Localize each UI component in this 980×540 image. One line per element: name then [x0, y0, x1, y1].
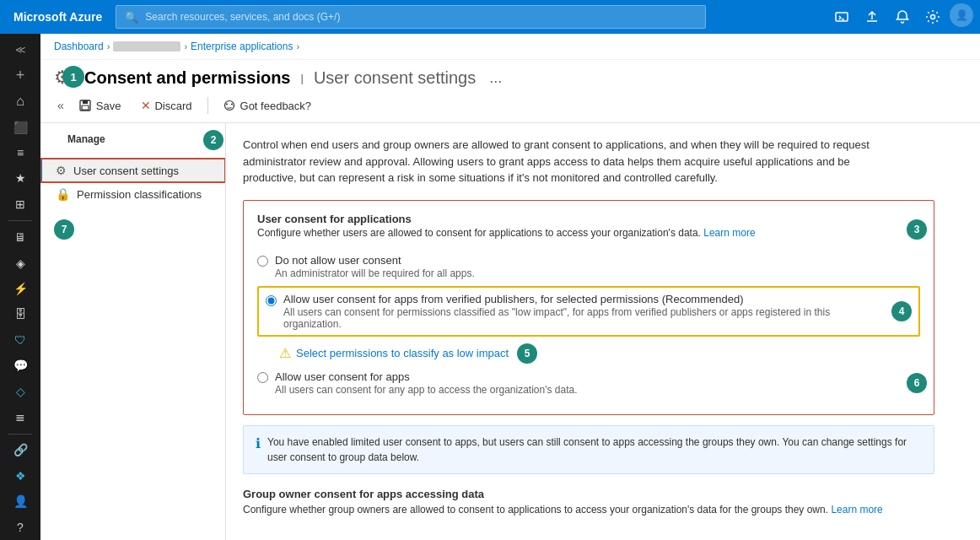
manage-item-label-permission: Permission classifications: [77, 188, 202, 201]
sidebar-divider-2: [8, 434, 32, 435]
settings-icon[interactable]: [919, 3, 946, 30]
sidebar-favorites-icon[interactable]: ★: [3, 166, 37, 190]
title-separator: |: [301, 72, 304, 84]
svg-rect-5: [82, 105, 89, 110]
radio-label-3: Allow user consent for apps: [275, 370, 578, 383]
sidebar-menu-icon[interactable]: ≡: [3, 141, 37, 165]
sidebar-dashboard-icon[interactable]: ⬛: [3, 115, 37, 138]
notifications-icon[interactable]: [889, 3, 916, 30]
breadcrumb-dashboard[interactable]: Dashboard: [54, 40, 104, 52]
radio-option-3[interactable]: Allow user consent for apps All users ca…: [257, 370, 920, 396]
breadcrumb-enterprise[interactable]: Enterprise applications: [191, 40, 293, 52]
main-layout: ≪ + ⌂ ⬛ ≡ ★ ⊞ 🖥 ◈ ⚡ 🗄 🛡 💬 ◇ ≣ 🔗 ❖ 👤 ? Da…: [0, 34, 980, 540]
radio-do-not-allow[interactable]: [257, 256, 268, 267]
topbar-actions: 👤: [828, 3, 973, 30]
manage-title: Manage: [54, 133, 119, 152]
sidebar-add-icon[interactable]: +: [3, 63, 37, 87]
svg-point-6: [224, 101, 234, 111]
sidebar-person-icon[interactable]: 👤: [3, 489, 37, 513]
section-desc: Configure whether users are allowed to c…: [257, 227, 756, 239]
radio-option-1[interactable]: Do not allow user consent An administrat…: [257, 254, 920, 279]
step-3-badge: 3: [907, 219, 927, 240]
group-section: Group owner consent for apps accessing d…: [243, 488, 934, 517]
radio-label-2: Allow user consent for apps from verifie…: [283, 293, 878, 305]
feedback-icon: [223, 100, 235, 111]
search-bar[interactable]: 🔍 Search resources, services, and docs (…: [116, 5, 706, 29]
user-avatar[interactable]: 👤: [950, 3, 973, 27]
radio-allow-all[interactable]: [257, 372, 268, 383]
sidebar-divider-1: [8, 220, 32, 221]
section-title: User consent for applications: [257, 213, 756, 225]
search-placeholder: Search resources, services, and docs (G+…: [145, 11, 340, 23]
cloud-shell-icon[interactable]: [828, 3, 855, 30]
collapse-icon[interactable]: «: [54, 95, 67, 116]
radio-option-2-highlighted[interactable]: Allow user consent for apps from verifie…: [257, 286, 920, 337]
info-box: ℹ You have enabled limited user consent …: [243, 425, 934, 474]
sidebar-expand-icon[interactable]: ≪: [3, 38, 37, 62]
feedback-button[interactable]: Got feedback?: [215, 96, 320, 116]
step-1-badge: 1: [62, 66, 84, 88]
save-icon: [79, 100, 91, 111]
breadcrumb-sep-2: ›: [184, 41, 187, 51]
content-area: Dashboard › › Enterprise applications › …: [40, 34, 980, 540]
toolbar: « Save ✕ Discard Got feedback?: [40, 89, 980, 123]
sidebar-resource-icon[interactable]: ◈: [3, 251, 37, 274]
topbar-brand: Microsoft Azure: [7, 10, 109, 24]
breadcrumb-middle: [113, 41, 180, 51]
radio-label-1: Do not allow user consent: [275, 254, 475, 267]
sidebar-monitor-icon[interactable]: 🖥: [3, 225, 37, 249]
detail-panel: Control when end users and group owners …: [226, 123, 980, 540]
step-4-badge: 4: [891, 301, 912, 321]
step-7-badge: 7: [54, 219, 74, 240]
search-icon: 🔍: [125, 11, 138, 24]
sidebar-puzzle-icon[interactable]: ❖: [3, 464, 37, 488]
breadcrumb: Dashboard › › Enterprise applications ›: [40, 34, 980, 60]
svg-point-8: [231, 104, 233, 105]
toolbar-separator: [207, 97, 208, 114]
upload-icon[interactable]: [859, 3, 886, 30]
sidebar-db-icon[interactable]: 🗄: [3, 302, 37, 326]
sidebar: ≪ + ⌂ ⬛ ≡ ★ ⊞ 🖥 ◈ ⚡ 🗄 🛡 💬 ◇ ≣ 🔗 ❖ 👤 ?: [0, 34, 40, 540]
radio-sublabel-1: An administrator will be required for al…: [275, 267, 475, 279]
svg-point-7: [226, 104, 228, 105]
sidebar-grid-icon[interactable]: ⊞: [3, 192, 37, 216]
sidebar-link-icon[interactable]: 🔗: [3, 438, 37, 462]
save-button[interactable]: Save: [71, 96, 130, 116]
step-2-badge: 2: [203, 130, 223, 150]
sidebar-shield-icon[interactable]: 🛡: [3, 328, 37, 352]
ellipsis-button[interactable]: ...: [489, 69, 502, 87]
breadcrumb-sep-3: ›: [296, 41, 299, 51]
sidebar-question-icon[interactable]: ?: [3, 516, 37, 539]
sidebar-devops-icon[interactable]: ⚡: [3, 277, 37, 300]
learn-more-link-2[interactable]: Learn more: [831, 504, 882, 516]
sidebar-home-icon[interactable]: ⌂: [3, 89, 37, 113]
group-title: Group owner consent for apps accessing d…: [243, 488, 934, 500]
warning-triangle-icon: ⚠: [279, 345, 291, 361]
info-circle-icon: ℹ: [256, 435, 261, 451]
radio-sublabel-3: All users can consent for any app to acc…: [275, 384, 578, 396]
learn-more-link-1[interactable]: Learn more: [703, 227, 755, 239]
group-desc: Configure whether group owners are allow…: [243, 502, 934, 517]
sidebar-tag-icon[interactable]: ◇: [3, 380, 37, 403]
discard-icon: ✕: [141, 99, 151, 112]
radio-sublabel-2: All users can consent for permissions cl…: [283, 306, 878, 330]
warning-row: ⚠ Select permissions to classify as low …: [279, 343, 920, 364]
main-description: Control when end users and group owners …: [243, 137, 901, 186]
svg-rect-4: [83, 100, 88, 104]
manage-panel: 2 Manage ⚙ User consent settings 🔒 Permi…: [40, 123, 226, 540]
discard-button[interactable]: ✕ Discard: [132, 95, 200, 116]
two-panel: 2 Manage ⚙ User consent settings 🔒 Permi…: [40, 123, 980, 540]
topbar: Microsoft Azure 🔍 Search resources, serv…: [0, 0, 980, 34]
sidebar-chat-icon[interactable]: 💬: [3, 354, 37, 377]
sidebar-lines-icon[interactable]: ≣: [3, 405, 37, 429]
manage-item-user-consent[interactable]: ⚙ User consent settings: [40, 159, 225, 182]
step-6-badge: 6: [907, 373, 927, 393]
info-text: You have enabled limited user consent to…: [267, 435, 922, 465]
radio-verified-publishers[interactable]: [266, 295, 277, 306]
manage-item-gear-icon: ⚙: [56, 164, 67, 177]
manage-item-permission[interactable]: 🔒 Permission classifications: [40, 182, 225, 206]
step-5-badge: 5: [517, 343, 537, 364]
low-impact-link[interactable]: Select permissions to classify as low im…: [296, 347, 509, 359]
user-consent-section: User consent for applications Configure …: [243, 200, 934, 415]
page-subtitle: User consent settings: [314, 68, 476, 88]
